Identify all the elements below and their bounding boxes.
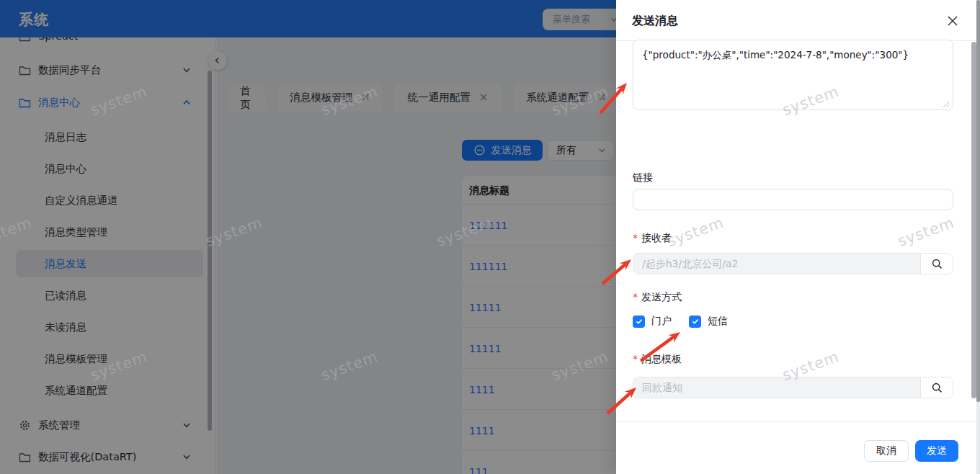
page-scrollbar-thumb[interactable] bbox=[976, 0, 980, 402]
search-icon bbox=[931, 382, 943, 394]
link-input[interactable] bbox=[633, 189, 953, 210]
send-mode-options: 门户短信 bbox=[633, 315, 728, 328]
template-search-button[interactable] bbox=[920, 377, 953, 398]
send-mode-label: 发送方式 bbox=[633, 291, 682, 304]
drawer-title: 发送消息 bbox=[632, 14, 678, 29]
send-mode-option-1[interactable]: 门户 bbox=[633, 315, 672, 328]
page-scrollbar[interactable] bbox=[976, 0, 980, 474]
drawer-footer: 取消 发送 bbox=[616, 421, 980, 474]
checkbox-checked-icon[interactable] bbox=[689, 316, 701, 328]
template-label: 消息模板 bbox=[633, 353, 682, 366]
search-icon bbox=[931, 258, 943, 270]
checkbox-label: 短信 bbox=[708, 315, 728, 328]
template-input[interactable] bbox=[633, 377, 920, 398]
close-icon[interactable] bbox=[943, 11, 963, 31]
receiver-search-button[interactable] bbox=[920, 254, 953, 274]
send-button[interactable]: 发送 bbox=[915, 440, 958, 462]
checkbox-checked-icon[interactable] bbox=[633, 316, 645, 328]
params-textarea[interactable]: {"product":"办公桌","time":"2024-7-8","mone… bbox=[633, 40, 953, 110]
checkbox-label: 门户 bbox=[651, 315, 672, 328]
receiver-input-group bbox=[633, 253, 953, 274]
cancel-button[interactable]: 取消 bbox=[864, 440, 909, 462]
send-mode-option-2[interactable]: 短信 bbox=[689, 315, 728, 328]
receiver-label: 接收者 bbox=[633, 232, 672, 245]
send-message-drawer: 发送消息 消息参数 {"product":"办公桌","time":"2024-… bbox=[616, 0, 980, 474]
link-label: 链接 bbox=[633, 171, 653, 184]
drawer-header: 发送消息 bbox=[616, 0, 980, 41]
drawer-scrollbar[interactable] bbox=[971, 42, 976, 398]
template-input-group bbox=[633, 377, 953, 398]
receiver-input[interactable] bbox=[633, 254, 920, 274]
